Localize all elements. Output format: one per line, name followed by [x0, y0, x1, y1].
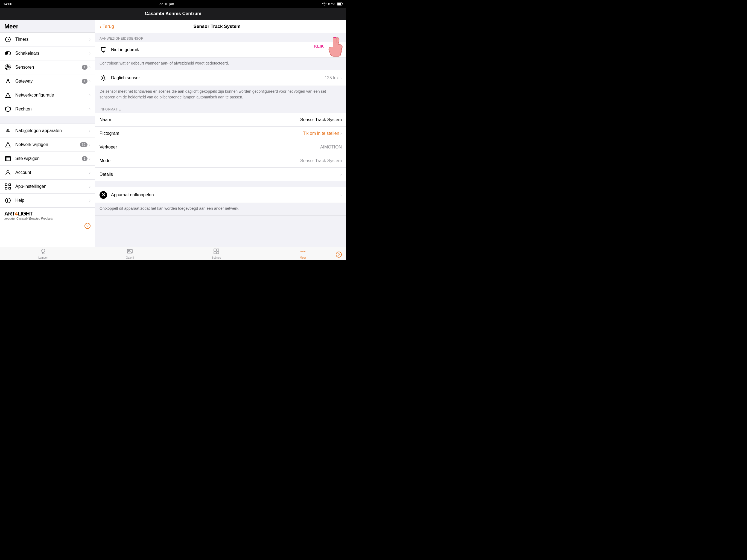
gateway-icon — [4, 78, 11, 85]
sidebar-item-site-wijzigen[interactable]: Site wijzigen 1 › — [0, 152, 95, 166]
right-header: ‹ Terug Sensor Track System — [95, 20, 346, 33]
disconnect-label: Apparaat ontkoppelen — [111, 193, 340, 198]
tab-scenes[interactable]: Scènes — [173, 248, 260, 259]
svg-point-28 — [102, 77, 104, 79]
info-value-pictogram: Tik om in te stellen — [143, 131, 339, 136]
sidebar-item-gateway[interactable]: Gateway 1 › — [0, 74, 95, 88]
daglichtsensor-description: De sensor meet het lichtniveau en scènes… — [95, 86, 346, 104]
sidebar-label-gateway: Gateway — [15, 79, 82, 84]
svg-point-14 — [8, 130, 8, 131]
section-label-informatie: INFORMATIE — [95, 104, 346, 113]
account-icon — [4, 169, 11, 176]
tab-label-galerij: Galerij — [126, 256, 134, 259]
info-row-details[interactable]: Details › — [95, 168, 346, 181]
info-row-naam: Naam Sensor Track System — [95, 113, 346, 127]
sidebar-label-schakelaars: Schakelaars — [15, 51, 89, 56]
clock-icon — [4, 36, 11, 43]
logo-text: ART4LIGHT — [4, 210, 91, 217]
tab-label-lampen: Lampen — [38, 256, 48, 259]
svg-point-0 — [324, 5, 325, 6]
main-layout: Meer Timers › Schakelaars › — [0, 20, 346, 247]
tab-lampen[interactable]: Lampen — [0, 248, 87, 259]
sidebar-item-nabijgelegen[interactable]: Nabijgelegen apparaten › — [0, 124, 95, 138]
status-right: 87% — [322, 2, 343, 6]
svg-line-36 — [101, 79, 102, 80]
svg-marker-12 — [5, 93, 10, 98]
sidebar-item-netwerk-wijzigen[interactable]: Netwerk wijzigen 32 › — [0, 138, 95, 152]
chevron-icon: › — [89, 79, 91, 84]
sidebar-help-area: ? — [0, 221, 95, 231]
tab-bar: Lampen Galerij Scènes — [0, 247, 346, 260]
sidebar-item-netwerkconfiguratie[interactable]: Netwerkconfiguratie › — [0, 88, 95, 102]
app-title: Casambi Kennis Centrum — [145, 11, 202, 17]
svg-rect-20 — [5, 184, 7, 186]
logo-number: 4 — [15, 210, 18, 217]
sidebar-item-app-instellingen[interactable]: App-instellingen › — [0, 180, 95, 194]
app-settings-icon — [4, 183, 11, 190]
tab-label-meer: Meer — [300, 256, 306, 259]
sidebar-label-sensoren: Sensoren — [15, 65, 82, 70]
svg-rect-42 — [216, 249, 219, 251]
aanwezigheidssensor-description: Controleert wat er gebeurt wanneer aan- … — [95, 58, 346, 70]
svg-point-45 — [301, 251, 302, 252]
status-time: 14:00 — [3, 2, 12, 6]
section-label-aanwezigheidssensor: AANWEZIGHEIDSSENSOR — [95, 33, 346, 42]
info-row-verkoper: Verkoper AIMOTION — [95, 140, 346, 154]
daglichtsensor-row[interactable]: Daglichtsensor 125 lux › — [95, 70, 346, 86]
info-row-pictogram[interactable]: Pictogram Tik om in te stellen › — [95, 127, 346, 140]
right-panel-title: Sensor Track System — [114, 24, 320, 29]
sidebar-item-help[interactable]: i Help › — [0, 194, 95, 207]
back-button[interactable]: ‹ Terug — [100, 23, 114, 29]
aanwezigheidssensor-row[interactable]: Niet in gebruik › — [95, 42, 346, 58]
sensor-bell-icon — [100, 46, 107, 54]
badge-site: 1 — [82, 156, 87, 161]
info-value-verkoper: AIMOTION — [143, 145, 342, 150]
disconnect-row[interactable]: ✕ Apparaat ontkoppelen › — [95, 187, 346, 203]
chevron-icon: › — [89, 37, 91, 42]
network-icon — [4, 92, 11, 99]
svg-point-19 — [7, 171, 9, 173]
svg-rect-43 — [214, 252, 216, 254]
chevron-icon: › — [89, 156, 91, 161]
help-nav-icon: i — [4, 197, 11, 204]
sidebar-item-schakelaars[interactable]: Schakelaars › — [0, 47, 95, 60]
svg-rect-21 — [5, 187, 7, 189]
sidebar-item-account[interactable]: Account › — [0, 166, 95, 180]
sidebar-item-timers[interactable]: Timers › — [0, 32, 95, 47]
sidebar-item-rechten[interactable]: Rechten › — [0, 102, 95, 116]
sidebar-label-app-instellingen: App-instellingen — [15, 184, 89, 189]
info-key-pictogram: Pictogram — [100, 131, 143, 136]
svg-line-35 — [105, 76, 105, 77]
chevron-icon: › — [89, 107, 91, 111]
tab-galerij[interactable]: Galerij — [87, 248, 173, 259]
section-spacer — [95, 181, 346, 187]
status-bar: 14:00 Zo 10 jan. 87% — [0, 0, 346, 8]
sidebar-divider-1 — [0, 116, 95, 124]
gallery-icon — [127, 248, 133, 256]
sidebar-item-sensoren[interactable]: Sensoren 1 › — [0, 60, 95, 74]
battery-level: 87% — [328, 2, 335, 6]
svg-point-47 — [304, 251, 305, 252]
chevron-icon: › — [340, 131, 342, 136]
chevron-icon: › — [89, 51, 91, 56]
right-panel: ‹ Terug Sensor Track System AANWEZIGHEID… — [95, 20, 346, 247]
help-icon-left[interactable]: ? — [84, 223, 91, 229]
info-key-naam: Naam — [100, 117, 143, 122]
sidebar-label-help: Help — [15, 198, 89, 203]
svg-rect-2 — [337, 3, 341, 5]
wifi-icon — [322, 2, 327, 5]
help-icon-right[interactable]: ? — [336, 252, 342, 258]
daglichtsensor-value: 125 lux — [325, 75, 339, 80]
shield-icon — [4, 105, 11, 113]
badge-netwerk: 32 — [80, 142, 87, 147]
chevron-icon: › — [340, 75, 342, 80]
svg-point-8 — [6, 65, 10, 69]
svg-rect-23 — [9, 187, 11, 189]
help-icon-right-container: ? — [336, 252, 342, 258]
nearby-icon — [4, 127, 11, 134]
info-key-verkoper: Verkoper — [100, 145, 143, 150]
svg-line-33 — [101, 76, 102, 77]
tab-meer[interactable]: Meer — [260, 248, 346, 259]
sidebar-label-nabijgelegen: Nabijgelegen apparaten — [15, 128, 89, 133]
chevron-icon: › — [89, 128, 91, 133]
